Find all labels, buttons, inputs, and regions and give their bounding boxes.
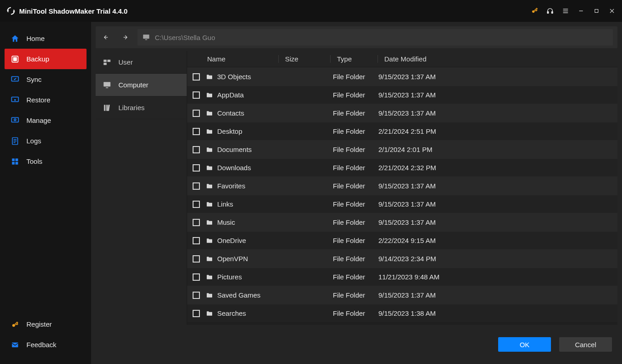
folder-icon <box>205 273 214 281</box>
dialog-footer: OK Cancel <box>91 325 622 364</box>
folder-icon <box>205 127 214 136</box>
titlebar-close-icon[interactable] <box>607 5 617 16</box>
file-rows[interactable]: 3D ObjectsFile Folder9/15/2023 1:37 AMAp… <box>187 67 617 325</box>
sidebar-item-register[interactable]: Register <box>5 314 87 334</box>
row-checkbox[interactable] <box>193 182 200 190</box>
sidebar-item-backup[interactable]: Backup <box>5 49 87 69</box>
logs-icon <box>10 136 20 146</box>
titlebar-minimize-icon[interactable] <box>576 5 586 16</box>
file-type: File Folder <box>333 273 378 281</box>
svg-rect-14 <box>12 117 19 122</box>
sidebar-item-tools[interactable]: Tools <box>5 151 87 172</box>
file-row[interactable]: PicturesFile Folder11/21/2023 9:48 AM <box>187 268 617 286</box>
ok-button[interactable]: OK <box>498 337 551 352</box>
file-row[interactable]: DesktopFile Folder2/21/2024 2:51 PM <box>187 122 617 140</box>
cancel-button[interactable]: Cancel <box>559 337 612 352</box>
file-row[interactable]: DownloadsFile Folder2/21/2024 2:32 PM <box>187 158 617 177</box>
file-type: File Folder <box>333 164 378 172</box>
titlebar-maximize-icon[interactable] <box>591 5 602 16</box>
file-row[interactable]: FavoritesFile Folder9/15/2023 1:37 AM <box>187 177 617 195</box>
path-input[interactable]: C:\Users\Stella Guo <box>138 29 613 46</box>
col-name[interactable]: Name <box>205 55 278 63</box>
row-checkbox[interactable] <box>193 91 200 99</box>
row-checkbox[interactable] <box>193 219 200 226</box>
file-type: File Folder <box>333 182 378 190</box>
file-row[interactable]: 3D ObjectsFile Folder9/15/2023 1:37 AM <box>187 67 617 86</box>
sidebar-item-manage[interactable]: Manage <box>5 110 87 131</box>
file-type: File Folder <box>333 237 378 244</box>
manage-icon <box>10 116 20 126</box>
sidebar-item-home[interactable]: Home <box>5 28 87 49</box>
file-row[interactable]: Saved GamesFile Folder9/15/2023 1:37 AM <box>187 286 617 304</box>
row-checkbox[interactable] <box>193 237 200 244</box>
tree-item-label: Computer <box>118 81 148 89</box>
file-name: AppData <box>217 91 244 99</box>
col-type[interactable]: Type <box>330 55 377 63</box>
row-checkbox[interactable] <box>193 128 200 135</box>
file-row[interactable]: AppDataFile Folder9/15/2023 1:37 AM <box>187 86 617 104</box>
sidebar-item-feedback[interactable]: Feedback <box>5 334 87 355</box>
folder-icon <box>205 146 214 154</box>
row-checkbox[interactable] <box>193 146 200 153</box>
row-checkbox[interactable] <box>193 310 200 317</box>
svg-rect-33 <box>104 82 111 86</box>
sidebar-item-sync[interactable]: Sync <box>5 69 87 90</box>
file-row[interactable]: LinksFile Folder9/15/2023 1:37 AM <box>187 195 617 213</box>
user-folders-icon <box>102 57 112 67</box>
file-date: 2/21/2024 2:51 PM <box>378 127 617 135</box>
svg-point-24 <box>12 324 15 327</box>
row-checkbox[interactable] <box>193 292 200 299</box>
sidebar-item-label: Restore <box>26 96 51 104</box>
titlebar: MiniTool ShadowMaker Trial 4.4.0 <box>0 0 622 22</box>
sidebar-item-label: Feedback <box>26 341 56 349</box>
sidebar-item-label: Logs <box>26 137 41 145</box>
svg-point-15 <box>14 119 16 121</box>
file-date: 2/1/2024 2:01 PM <box>378 146 617 153</box>
sync-icon <box>10 75 20 85</box>
file-name: OneDrive <box>217 237 246 244</box>
file-date: 9/15/2023 1:37 AM <box>378 73 617 81</box>
folder-icon <box>205 73 214 81</box>
tree-item-libraries[interactable]: Libraries <box>96 96 187 119</box>
file-date: 9/15/2023 1:37 AM <box>378 200 617 208</box>
row-checkbox[interactable] <box>193 73 200 81</box>
nav-back-button[interactable] <box>96 26 116 48</box>
row-checkbox[interactable] <box>193 273 200 281</box>
nav-forward-button[interactable] <box>116 26 136 48</box>
sidebar-item-label: Home <box>26 35 45 42</box>
row-checkbox[interactable] <box>193 164 200 172</box>
key-icon <box>10 319 20 329</box>
folder-icon <box>205 109 214 117</box>
file-row[interactable]: SearchesFile Folder9/15/2023 1:38 AM <box>187 304 617 322</box>
sidebar-item-restore[interactable]: Restore <box>5 90 87 110</box>
file-list: Name Size Type Date Modified 3D ObjectsF… <box>187 51 617 325</box>
svg-rect-7 <box>595 10 598 13</box>
folder-icon <box>205 291 214 299</box>
file-row[interactable]: ContactsFile Folder9/15/2023 1:37 AM <box>187 104 617 122</box>
titlebar-menu-icon[interactable] <box>560 5 571 16</box>
row-checkbox[interactable] <box>193 255 200 263</box>
row-checkbox[interactable] <box>193 110 200 117</box>
titlebar-key-icon[interactable] <box>529 5 540 16</box>
sidebar-item-logs[interactable]: Logs <box>5 131 87 151</box>
tree-item-user[interactable]: User <box>96 51 187 74</box>
file-row[interactable]: OpenVPNFile Folder9/14/2023 2:34 PM <box>187 249 617 268</box>
sidebar-item-label: Tools <box>26 157 42 165</box>
file-name: Searches <box>217 309 246 317</box>
file-name: Documents <box>217 146 252 153</box>
svg-rect-32 <box>104 62 107 65</box>
tree-item-computer[interactable]: Computer <box>96 74 187 96</box>
col-size[interactable]: Size <box>278 55 330 63</box>
row-checkbox[interactable] <box>193 201 200 208</box>
svg-rect-22 <box>12 162 15 164</box>
file-row[interactable]: OneDriveFile Folder2/22/2024 9:15 AM <box>187 231 617 249</box>
file-row[interactable]: MusicFile Folder9/15/2023 1:37 AM <box>187 213 617 231</box>
titlebar-headset-icon[interactable] <box>545 5 556 16</box>
svg-rect-1 <box>547 11 549 13</box>
svg-point-0 <box>532 10 535 13</box>
file-type: File Folder <box>333 73 378 81</box>
col-date[interactable]: Date Modified <box>377 55 446 63</box>
sidebar-item-label: Register <box>26 320 52 328</box>
file-name: 3D Objects <box>217 73 251 81</box>
file-row[interactable]: DocumentsFile Folder2/1/2024 2:01 PM <box>187 140 617 158</box>
